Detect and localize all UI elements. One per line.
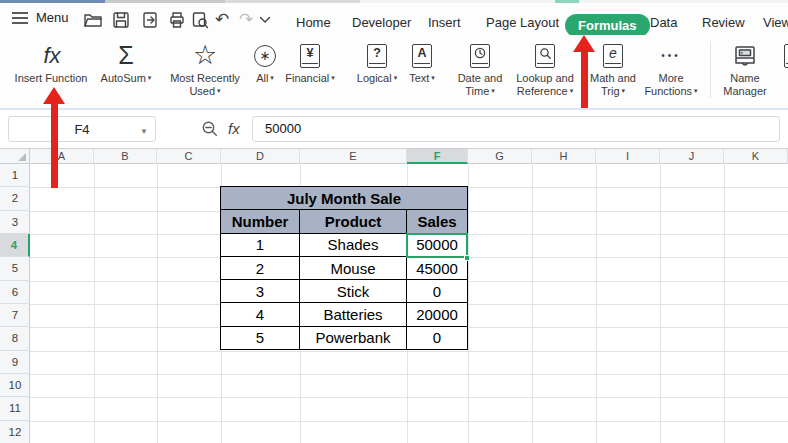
ribbon-group-separator [710,41,711,98]
insert-function-button[interactable]: fx Insert Function [10,39,94,85]
row-header-2[interactable]: 2 [0,187,30,210]
column-header-B[interactable]: B [94,149,157,164]
data-table: July Month SaleNumberProductSales1Shades… [220,186,468,350]
table-header-cell[interactable]: Number [221,210,299,232]
formula-input[interactable]: 50000 [252,116,780,142]
row-header-11[interactable]: 11 [0,397,30,420]
financial-button[interactable]: ¥ Financial▾ [280,39,340,85]
tab-insert[interactable]: Insert [428,15,461,30]
row-header-8[interactable]: 8 [0,327,30,350]
logical-button[interactable]: ? Logical▾ [351,39,403,85]
all-functions-button[interactable]: ∗ All▾ [248,39,282,85]
most-recently-used-button[interactable]: ☆ Most Recently Used▾ [159,39,251,97]
menu-label: Menu [36,10,69,25]
column-headers: ABCDEFGHIJK [30,149,788,164]
menu-button[interactable]: Menu [12,10,69,25]
export-icon[interactable] [138,8,162,32]
fx-icon: fx [43,39,60,72]
titlebar: Menu ↶ ↷ Home Developer Insert Page Layo… [0,3,788,35]
row-header-4[interactable]: 4 [0,234,30,257]
table-cell[interactable]: Batteries [300,303,406,325]
save-icon[interactable] [109,8,133,32]
tab-home[interactable]: Home [296,15,331,30]
print-icon[interactable] [165,8,189,32]
column-header-G[interactable]: G [468,149,532,164]
selected-cell-outline [406,233,468,258]
tab-developer[interactable]: Developer [352,15,411,30]
row-header-9[interactable]: 9 [0,351,30,374]
more-functions-button[interactable]: ••• More Functions▾ [638,39,704,97]
table-cell[interactable]: 0 [407,327,467,349]
table-cell[interactable]: Shades [300,234,406,256]
select-all-corner[interactable] [0,149,30,164]
star-icon: ☆ [193,39,217,72]
column-header-J[interactable]: J [660,149,724,164]
row-header-6[interactable]: 6 [0,281,30,304]
table-header-cell[interactable]: Sales [407,210,467,232]
autosum-icon: Σ [118,39,133,72]
column-header-C[interactable]: C [157,149,221,164]
book-clock-icon [470,39,490,72]
circle-asterisk-icon: ∗ [254,39,276,72]
table-cell[interactable]: 4 [221,303,299,325]
formula-bar: F4 ▼ fx 50000 [0,110,788,148]
row-header-5[interactable]: 5 [0,257,30,280]
gridline [30,397,788,398]
book-question-icon: ? [367,39,387,72]
tab-review[interactable]: Review [702,15,745,30]
book-yen-icon: ¥ [300,39,320,72]
table-header-cell[interactable]: Product [300,210,406,232]
table-cell[interactable]: 5 [221,327,299,349]
table-title[interactable]: July Month Sale [221,187,467,209]
table-cell[interactable]: 0 [407,280,467,302]
clipped-ribbon-icon [779,39,788,72]
hamburger-icon [12,12,28,24]
chevron-down-icon[interactable] [256,8,274,32]
cell-reference: F4 [74,122,89,137]
ellipsis-icon: ••• [661,39,681,72]
column-header-I[interactable]: I [596,149,660,164]
table-cell[interactable]: 45000 [407,257,467,279]
redo-icon[interactable]: ↷ [234,8,258,32]
arrow-to-formulas-tab [573,35,595,108]
gridline [30,421,788,422]
row-header-7[interactable]: 7 [0,304,30,327]
zoom-out-icon[interactable] [198,116,222,142]
name-box-dropdown-icon[interactable]: ▼ [140,127,148,136]
column-header-K[interactable]: K [724,149,788,164]
spreadsheet-grid[interactable]: ABCDEFGHIJK July Month SaleNumberProduct… [0,148,788,443]
name-box[interactable]: F4 ▼ [8,116,156,142]
ribbon: fx Insert Function Σ AutoSum▾ ☆ Most Rec… [0,35,788,110]
row-header-10[interactable]: 10 [0,374,30,397]
fx-formula-icon[interactable]: fx [228,116,240,142]
formulas-tab[interactable]: Formulas [565,14,650,37]
tab-data[interactable]: Data [650,15,677,30]
autosum-button[interactable]: Σ AutoSum▾ [95,39,157,85]
column-header-D[interactable]: D [221,149,300,164]
name-manager-button[interactable]: Name Manager [716,39,774,97]
row-header-12[interactable]: 12 [0,421,30,443]
table-cell[interactable]: 3 [221,280,299,302]
fill-handle[interactable] [464,255,470,261]
table-cell[interactable]: Powerbank [300,327,406,349]
gridline [30,351,788,352]
text-button[interactable]: A Text▾ [404,39,440,85]
table-cell[interactable]: 20000 [407,303,467,325]
table-cell[interactable]: Stick [300,280,406,302]
undo-icon[interactable]: ↶ [210,8,234,32]
table-cell[interactable]: 1 [221,234,299,256]
book-search-icon [535,39,555,72]
table-cell[interactable]: Mouse [300,257,406,279]
book-a-icon: A [412,39,432,72]
tab-view[interactable]: View [763,15,788,30]
column-header-H[interactable]: H [532,149,596,164]
column-header-F[interactable]: F [407,149,468,164]
row-header-3[interactable]: 3 [0,211,30,234]
row-header-1[interactable]: 1 [0,164,30,187]
tab-page-layout[interactable]: Page Layout [486,15,559,30]
open-folder-icon[interactable] [81,8,105,32]
print-preview-icon[interactable] [188,8,212,32]
spreadsheet-app-window: { "colors": { "accent_green": "#2aa76f",… [0,0,788,443]
table-cell[interactable]: 2 [221,257,299,279]
column-header-E[interactable]: E [300,149,407,164]
